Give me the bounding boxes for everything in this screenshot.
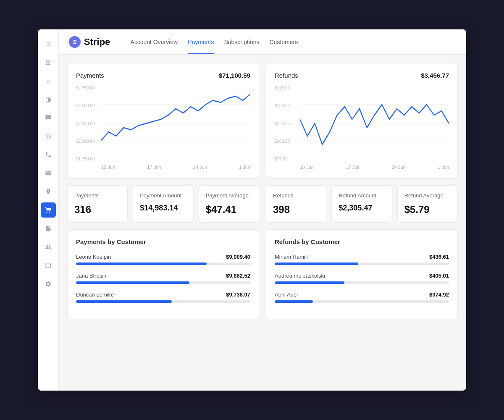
- customer-amount: $436.61: [429, 254, 449, 260]
- payments-count-card: Payments 316: [67, 185, 128, 223]
- payment-average-label: Payment Average: [206, 192, 252, 199]
- customer-item-header: Leone Koelpin $9,909.40: [76, 254, 250, 260]
- refund-amount-value: $2,305.47: [339, 204, 385, 213]
- refunds-y-label-1: $150.00: [275, 103, 290, 108]
- customer-name: Duncan Lemike: [76, 291, 114, 298]
- payments-x-label-0: 10 Jun: [101, 165, 115, 170]
- list-item: Duncan Lemike $9,738.07: [76, 291, 250, 303]
- customer-item-header: Jana Strosin $9,882.52: [76, 273, 250, 279]
- payment-average-card: Payment Average $47.41: [199, 185, 259, 223]
- payments-chart-container: $2,750.00 $2,500.00 $2,250.00 $2,000.00 …: [76, 86, 250, 170]
- sidebar-item-support[interactable]: ◎: [41, 129, 56, 144]
- customer-name: April Auer: [275, 291, 298, 298]
- payment-amount-label: Payment Amount: [140, 192, 186, 199]
- refunds-x-label-2: 24 Jun: [392, 165, 406, 170]
- sidebar-item-analytics[interactable]: ◑: [41, 92, 56, 107]
- refunds-x-label-3: 1 Jun: [438, 165, 449, 170]
- payments-y-label-4: $1,750.00: [76, 157, 95, 161]
- payments-count-label: Payments: [74, 192, 121, 199]
- refunds-by-customer-card: Refunds by Customer Miriam Hamill $436.6…: [266, 229, 458, 319]
- sidebar-item-integrations[interactable]: [41, 258, 56, 273]
- payments-x-labels: 10 Jun 17 Jun 24 Jun 1 Jun: [101, 165, 250, 170]
- refunds-y-label-4: $75.00: [275, 157, 290, 161]
- customer-name: Audreanne Jaskolski: [275, 273, 325, 279]
- refunds-count-value: 398: [273, 204, 319, 215]
- tab-account-overview[interactable]: Account Overview: [130, 29, 178, 54]
- refunds-chart-total: $3,456.77: [421, 72, 449, 79]
- list-item: Leone Koelpin $9,909.40: [76, 254, 250, 265]
- payments-by-customer-card: Payments by Customer Leone Koelpin $9,90…: [67, 229, 259, 319]
- payment-amount-value: $14,983.14: [140, 204, 186, 213]
- refunds-count-card: Refunds 398: [266, 185, 326, 223]
- payments-chart-total: $71,100.59: [219, 72, 250, 79]
- sidebar-item-users[interactable]: [41, 239, 56, 255]
- refund-average-label: Refund Average: [404, 192, 451, 199]
- refunds-chart-header: Refunds $3,456.77: [275, 72, 449, 79]
- customer-item-header: Miriam Hamill $436.61: [275, 254, 449, 260]
- list-item: Audreanne Jaskolski $405.01: [275, 273, 449, 284]
- refunds-chart-title: Refunds: [275, 72, 298, 79]
- bar-bg: [275, 262, 449, 265]
- refunds-chart-svg: [300, 86, 449, 161]
- bar-fill: [275, 281, 344, 284]
- sidebar-item-chat[interactable]: [41, 110, 56, 125]
- list-item: Miriam Hamill $436.61: [275, 254, 449, 265]
- payments-y-label-3: $2,000.00: [76, 139, 95, 144]
- refunds-by-customer-title: Refunds by Customer: [275, 238, 449, 245]
- sidebar-item-mail[interactable]: [41, 165, 56, 181]
- sidebar: ⌂ ⊞ ⌕ ◑ ◎: [38, 29, 59, 391]
- dashboard-body: Payments $71,100.59 $2,750.00 $2,500.00 …: [59, 55, 466, 391]
- payments-chart-card: Payments $71,100.59 $2,750.00 $2,500.00 …: [67, 63, 259, 178]
- customers-row: Payments by Customer Leone Koelpin $9,90…: [67, 229, 458, 319]
- refunds-y-label-2: $125.00: [275, 121, 290, 126]
- tab-customers[interactable]: Customers: [269, 29, 298, 54]
- refunds-count-label: Refunds: [273, 192, 319, 199]
- sidebar-item-home[interactable]: ⌂: [41, 36, 56, 51]
- logo-text: Stripe: [84, 37, 110, 47]
- refunds-x-label-1: 17 Jun: [346, 165, 360, 170]
- customer-name: Jana Strosin: [76, 273, 106, 279]
- logo-icon: S: [69, 36, 81, 48]
- sidebar-item-cart[interactable]: [41, 202, 56, 218]
- bar-bg: [76, 262, 250, 265]
- bar-fill: [76, 262, 207, 265]
- bar-bg: [76, 281, 250, 284]
- bar-fill: [76, 281, 189, 284]
- refund-average-card: Refund Average $5.79: [397, 185, 458, 223]
- tab-payments[interactable]: Payments: [188, 29, 214, 54]
- payments-chart-header: Payments $71,100.59: [76, 72, 250, 79]
- refund-amount-label: Refund Amount: [339, 192, 385, 199]
- customer-amount: $9,882.52: [226, 273, 250, 279]
- bar-bg: [76, 300, 250, 303]
- customer-item-header: April Auer $374.92: [275, 291, 449, 298]
- customer-item-header: Audreanne Jaskolski $405.01: [275, 273, 449, 279]
- customer-amount: $9,909.40: [226, 254, 250, 260]
- payments-stats-group: Payments 316 Payment Amount $14,983.14 P…: [67, 185, 259, 223]
- stats-row: Payments 316 Payment Amount $14,983.14 P…: [67, 185, 458, 223]
- refunds-chart-card: Refunds $3,456.77 $175.00 $150.00 $125.0…: [266, 63, 458, 178]
- bar-fill: [275, 300, 313, 303]
- sidebar-item-document[interactable]: [41, 221, 56, 236]
- sidebar-item-location[interactable]: [41, 184, 56, 199]
- sidebar-item-settings[interactable]: [41, 276, 56, 291]
- customer-amount: $9,738.07: [226, 291, 250, 298]
- customer-amount: $405.01: [429, 273, 449, 279]
- payments-count-value: 316: [74, 204, 121, 215]
- list-item: April Auer $374.92: [275, 291, 449, 303]
- charts-row: Payments $71,100.59 $2,750.00 $2,500.00 …: [67, 63, 458, 178]
- refunds-y-labels: $175.00 $150.00 $125.00 $100.00 $75.00: [275, 86, 290, 161]
- refunds-y-label-0: $175.00: [275, 86, 290, 90]
- sidebar-item-grid[interactable]: ⊞: [41, 55, 56, 70]
- refund-average-value: $5.79: [404, 204, 451, 215]
- payment-amount-card: Payment Amount $14,983.14: [133, 185, 193, 223]
- list-item: Jana Strosin $9,882.52: [76, 273, 250, 284]
- logo: S Stripe: [69, 36, 110, 48]
- sidebar-item-phone[interactable]: [41, 147, 56, 162]
- payments-chart-title: Payments: [76, 72, 104, 79]
- nav-tabs: Account Overview Payments Subscriptions …: [130, 29, 298, 54]
- bar-bg: [275, 300, 449, 303]
- customer-name: Leone Koelpin: [76, 254, 111, 260]
- customer-amount: $374.92: [429, 291, 449, 298]
- tab-subscriptions[interactable]: Subscriptions: [224, 29, 259, 54]
- sidebar-item-search[interactable]: ⌕: [41, 73, 56, 88]
